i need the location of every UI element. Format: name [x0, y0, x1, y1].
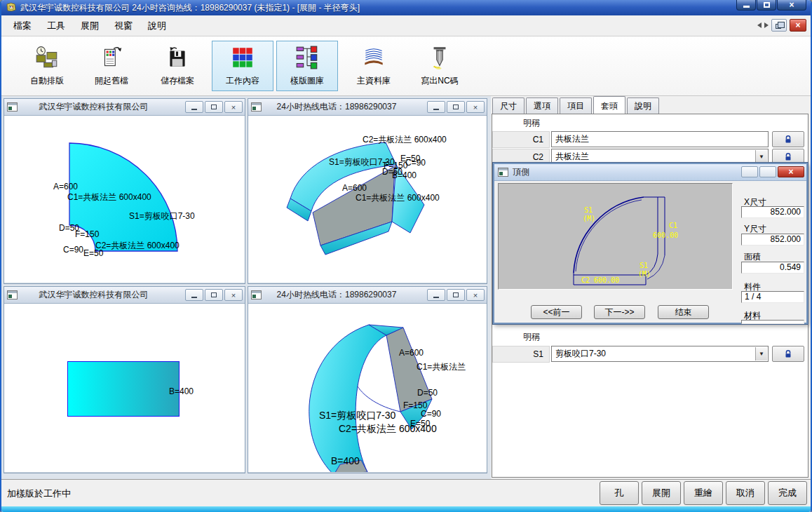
menu-help[interactable]: 說明 — [140, 16, 174, 36]
child-restore-button[interactable] — [447, 289, 465, 301]
child-restore-button[interactable] — [205, 101, 223, 113]
child-minimize-button[interactable] — [427, 101, 445, 113]
duct-side-rect — [67, 361, 180, 417]
child-close-button[interactable]: × — [224, 289, 243, 301]
dimension-label: A=600 — [399, 349, 424, 358]
mdi-next-icon[interactable] — [764, 22, 769, 28]
menu-window[interactable]: 視窗 — [107, 16, 140, 36]
done-button[interactable]: 完成 — [768, 481, 807, 505]
restore-icon — [776, 24, 781, 29]
next-button[interactable]: 下一->> — [594, 305, 645, 319]
mdi-restore-button[interactable] — [771, 19, 787, 32]
hole-button[interactable]: 孔 — [600, 481, 639, 505]
work-content-icon — [230, 43, 255, 72]
child-close-button[interactable]: × — [224, 101, 243, 113]
tab-connectors[interactable]: 套頭 — [593, 96, 625, 114]
chevron-down-icon[interactable]: ▼ — [755, 150, 767, 163]
lock-icon — [783, 152, 793, 162]
dialog-minimize-button[interactable] — [741, 166, 758, 177]
maximize-icon — [764, 2, 770, 8]
preview-label-s1-outer: S1 — [584, 206, 593, 214]
mdi-prev-icon[interactable] — [757, 22, 762, 28]
row-key-c1: C1 — [492, 131, 550, 148]
previous-button[interactable]: <<前一 — [531, 305, 582, 319]
area-field[interactable]: 0.549 — [741, 262, 804, 274]
dimension-label: C2=共板法兰 600x400 — [363, 135, 447, 144]
seam-s1-dropdown[interactable]: 剪板咬口7-30 ▼ — [551, 346, 769, 362]
child-close-button[interactable]: × — [466, 101, 485, 113]
write-nc-code-icon — [427, 43, 452, 72]
tab-items[interactable]: 項目 — [560, 97, 592, 114]
minimize-icon — [191, 109, 197, 110]
dialog-title: 頂側 — [513, 166, 529, 178]
top-side-dialog: 頂側 × S1 (M) — [493, 163, 808, 324]
toolbar-auto-nest[interactable]: 自動排版 — [20, 41, 74, 91]
child-window-titlebar[interactable]: 武汉华宇诚数控科技有限公司 × — [4, 99, 245, 116]
child-window-title: 24小时热线电话：18986290037 — [248, 101, 425, 113]
preview-label-s1-inner: S1 — [640, 262, 648, 269]
restore-icon — [453, 105, 459, 109]
preview-label-c2: C2 600.00 — [581, 276, 619, 284]
toolbar-work-content[interactable]: 工作內容 — [212, 41, 273, 91]
child-restore-button[interactable] — [447, 101, 465, 113]
child-window-titlebar[interactable]: 24小时热线电话：18986290037 × — [248, 99, 487, 116]
seam-s1-value: 剪板咬口7-30 — [555, 349, 606, 358]
window-bottom-edge — [1, 506, 811, 512]
toolbar-template-library[interactable]: 樣版圖庫 — [276, 41, 338, 91]
dimension-label: C1=共板法兰 600x400 — [356, 194, 440, 203]
dimension-label: B=400 — [392, 171, 417, 180]
menu-unfold[interactable]: 展開 — [73, 16, 107, 36]
unfold-button[interactable]: 展開 — [642, 481, 681, 505]
toolbar-label: 寫出NC碼 — [421, 75, 458, 87]
cancel-button[interactable]: 取消 — [726, 481, 765, 505]
tab-notes[interactable]: 說明 — [627, 97, 659, 114]
toolbar-open-file[interactable]: 開起舊檔 — [84, 41, 139, 91]
close-button[interactable]: × — [777, 0, 806, 11]
tab-options[interactable]: 選項 — [526, 97, 558, 114]
maximize-button[interactable] — [757, 0, 776, 11]
child-minimize-button[interactable] — [427, 289, 445, 301]
child-close-button[interactable]: × — [466, 289, 485, 301]
child-minimize-button[interactable] — [185, 289, 203, 301]
drawing-canvas: B=400 — [4, 304, 245, 472]
close-icon: × — [789, 1, 794, 9]
dialog-restore-button[interactable] — [759, 166, 776, 177]
material-field[interactable] — [741, 320, 804, 324]
toolbar-save-file[interactable]: 儲存檔案 — [150, 41, 205, 91]
section-header: 明稱 — [523, 117, 540, 129]
child-restore-button[interactable] — [205, 289, 223, 301]
toolbar-label: 樣版圖庫 — [290, 75, 324, 87]
chevron-down-icon[interactable]: ▼ — [755, 347, 767, 361]
mdi-close-button[interactable]: × — [790, 19, 806, 32]
connector-c1-field[interactable]: 共板法兰 — [551, 131, 769, 147]
lock-s1-button[interactable] — [772, 346, 804, 362]
lock-icon — [783, 135, 793, 144]
panel-tabs: 尺寸 選項 項目 套頭 說明 — [491, 96, 659, 114]
toolbar-write-nc[interactable]: 寫出NC碼 — [412, 41, 467, 91]
menu-file[interactable]: 檔案 — [6, 16, 39, 36]
menu-tools[interactable]: 工具 — [39, 16, 73, 36]
elbow-3d-fan-shape — [248, 304, 487, 472]
minimize-button[interactable] — [736, 0, 756, 11]
tab-dimensions[interactable]: 尺寸 — [492, 97, 525, 114]
child-window-titlebar[interactable]: 24小时热线电话：18986290037 × — [248, 287, 487, 304]
master-database-icon — [361, 43, 386, 72]
dialog-titlebar[interactable]: 頂側 × — [494, 164, 806, 181]
redraw-button[interactable]: 重繪 — [684, 481, 723, 505]
lock-c1-button[interactable] — [772, 131, 804, 147]
toolbar-master-database[interactable]: 主資料庫 — [346, 41, 401, 91]
dimension-label: C2=共板法兰 600x400 — [95, 241, 180, 250]
pattern-preview: S1 (M) C1 600.00 S1 (M) C2 600.00 — [498, 183, 733, 290]
minimize-icon — [191, 297, 197, 298]
dimension-label: C1=共板法兰 600x400 — [67, 193, 151, 202]
finish-button[interactable]: 结束 — [658, 305, 709, 319]
dialog-close-button[interactable]: × — [778, 166, 804, 177]
child-minimize-button[interactable] — [185, 101, 203, 113]
x-size-field[interactable]: 852.000 — [741, 206, 804, 218]
part-field[interactable]: 1 / 4 — [741, 291, 804, 303]
auto-nest-icon — [34, 43, 60, 72]
y-size-field[interactable]: 852.000 — [741, 234, 804, 245]
menubar: 檔案 工具 展開 視窗 說明 × — [1, 15, 811, 36]
child-window-3d-front: 24小时热线电话：18986290037 × — [248, 286, 487, 473]
child-window-titlebar[interactable]: 武汉华宇诚数控科技有限公司 × — [4, 287, 245, 304]
